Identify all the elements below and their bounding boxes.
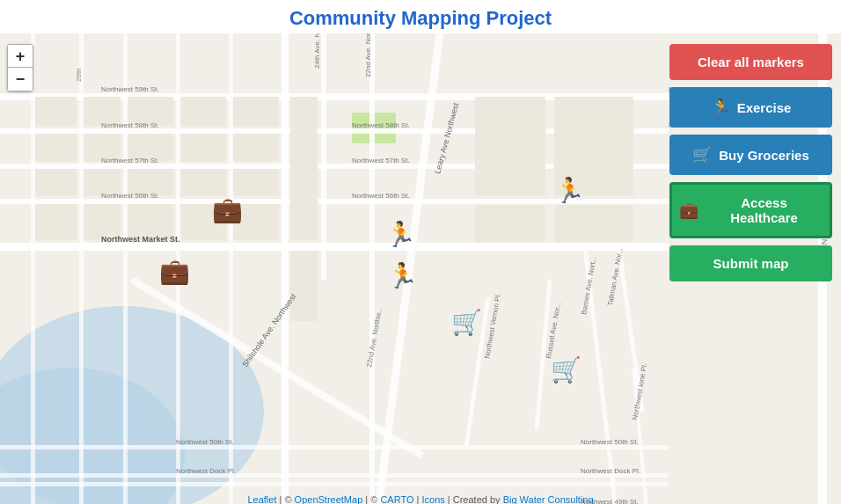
map-attribution: Leaflet | © OpenStreetMap | © CARTO | Ic… bbox=[0, 494, 841, 504]
exercise-icon: 🏃 bbox=[711, 98, 730, 117]
svg-text:Northwest 59th St.: Northwest 59th St. bbox=[101, 85, 159, 93]
svg-text:Northwest 57th St.: Northwest 57th St. bbox=[352, 157, 410, 164]
svg-rect-31 bbox=[180, 97, 226, 126]
svg-text:22nd Ave. Northw...: 22nd Ave. Northw... bbox=[364, 33, 372, 77]
zoom-out-button[interactable]: − bbox=[8, 68, 33, 91]
svg-rect-9 bbox=[31, 33, 35, 504]
carto-link[interactable]: CARTO bbox=[380, 494, 413, 504]
svg-rect-37 bbox=[233, 134, 279, 161]
svg-rect-13 bbox=[229, 33, 233, 504]
sidebar: Clear all markers 🏃 Exercise 🛒 Buy Groce… bbox=[669, 44, 832, 281]
svg-rect-48 bbox=[290, 97, 318, 240]
access-healthcare-button[interactable]: 💼 Access Healthcare bbox=[669, 182, 832, 238]
page-title: Community Mapping Project bbox=[0, 0, 841, 33]
svg-text:26th: 26th bbox=[75, 68, 83, 82]
svg-rect-53 bbox=[554, 205, 633, 243]
healthcare-icon: 💼 bbox=[679, 201, 698, 220]
icons-link[interactable]: Icons bbox=[422, 494, 445, 504]
svg-text:Northwest 50th St.: Northwest 50th St. bbox=[176, 438, 234, 446]
svg-rect-41 bbox=[180, 169, 226, 196]
svg-rect-15 bbox=[369, 33, 375, 504]
svg-text:Northwest 58th St.: Northwest 58th St. bbox=[352, 121, 410, 129]
svg-rect-36 bbox=[180, 134, 226, 161]
leaflet-link[interactable]: Leaflet bbox=[247, 494, 276, 504]
svg-rect-14 bbox=[282, 33, 289, 504]
svg-rect-50 bbox=[475, 97, 545, 196]
svg-rect-33 bbox=[35, 134, 77, 161]
svg-rect-43 bbox=[35, 204, 77, 240]
svg-text:Northwest 50th St.: Northwest 50th St. bbox=[581, 438, 639, 446]
svg-rect-24 bbox=[0, 473, 669, 478]
osm-link[interactable]: OpenStreetMap bbox=[295, 494, 363, 504]
svg-text:Northwest 56th St.: Northwest 56th St. bbox=[101, 192, 159, 200]
svg-text:24th Ave. Northw...: 24th Ave. Northw... bbox=[313, 33, 321, 69]
healthcare-label: Access Healthcare bbox=[706, 195, 823, 225]
svg-text:Northwest 58th St.: Northwest 58th St. bbox=[101, 121, 159, 129]
exercise-marker-2[interactable]: 🏃 bbox=[385, 220, 416, 249]
buy-groceries-button[interactable]: 🛒 Buy Groceries bbox=[669, 135, 832, 175]
svg-rect-38 bbox=[35, 169, 77, 196]
groceries-label: Buy Groceries bbox=[719, 148, 809, 163]
healthcare-marker-2[interactable]: 💼 bbox=[159, 257, 190, 286]
svg-rect-20 bbox=[321, 33, 326, 280]
svg-text:Northwest 56th St.: Northwest 56th St. bbox=[352, 192, 410, 200]
svg-rect-25 bbox=[0, 445, 669, 449]
exercise-label: Exercise bbox=[737, 100, 792, 115]
clear-markers-button[interactable]: Clear all markers bbox=[669, 44, 832, 80]
svg-rect-51 bbox=[475, 205, 545, 243]
svg-rect-11 bbox=[123, 33, 128, 504]
submit-map-button[interactable]: Submit map bbox=[669, 245, 832, 281]
exercise-marker-1[interactable]: 🏃 bbox=[554, 176, 585, 205]
svg-rect-26 bbox=[0, 482, 669, 486]
svg-rect-49 bbox=[290, 251, 318, 321]
svg-rect-28 bbox=[35, 97, 77, 126]
svg-rect-8 bbox=[0, 243, 669, 251]
svg-text:Northwest Dock Pl.: Northwest Dock Pl. bbox=[176, 467, 236, 475]
svg-rect-42 bbox=[233, 169, 279, 196]
consulting-link[interactable]: Big Water Consulting bbox=[503, 494, 594, 504]
zoom-in-button[interactable]: + bbox=[8, 45, 33, 68]
healthcare-marker-1[interactable]: 💼 bbox=[212, 195, 243, 224]
grocery-marker-1[interactable]: 🛒 bbox=[451, 308, 482, 337]
svg-text:Northwest 57th St.: Northwest 57th St. bbox=[101, 157, 159, 164]
exercise-button[interactable]: 🏃 Exercise bbox=[669, 87, 832, 128]
svg-text:Northwest Dock Pl.: Northwest Dock Pl. bbox=[581, 467, 640, 475]
grocery-marker-2[interactable]: 🛒 bbox=[551, 355, 581, 384]
svg-rect-32 bbox=[233, 97, 279, 126]
map-container: Northwest 59th St. Northwest 58th St. No… bbox=[0, 33, 841, 504]
groceries-icon: 🛒 bbox=[692, 145, 712, 164]
zoom-controls: + − bbox=[7, 44, 33, 91]
exercise-marker-3[interactable]: 🏃 bbox=[387, 261, 418, 290]
svg-text:Northwest Market St.: Northwest Market St. bbox=[101, 235, 180, 244]
svg-rect-10 bbox=[79, 33, 84, 504]
